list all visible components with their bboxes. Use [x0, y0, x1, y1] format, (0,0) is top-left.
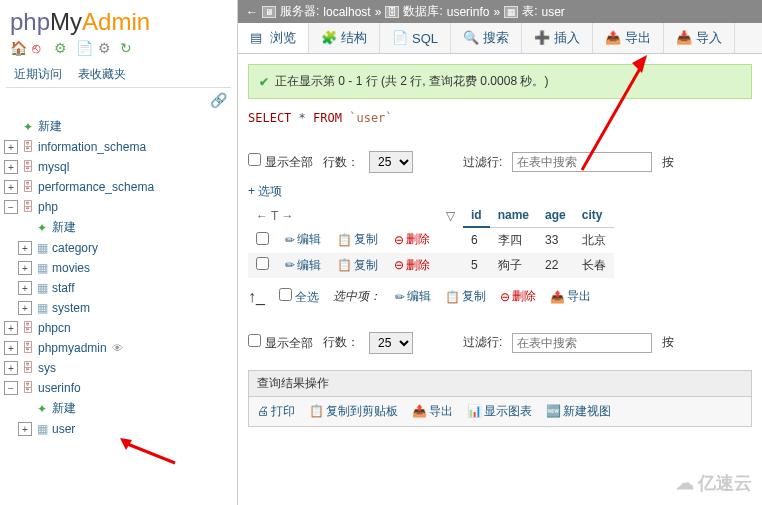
tab-favorites[interactable]: 表收藏夹	[70, 62, 134, 87]
tree-toggle[interactable]: −	[4, 381, 18, 395]
structure-icon: 🧩	[321, 30, 337, 46]
tree-new-table[interactable]: 新建	[52, 400, 76, 417]
bulk-actions: ↑_ 全选 选中项： ✏ 编辑 📋 复制 ⊖ 删除 📤 导出	[248, 278, 752, 326]
tree-toggle[interactable]: +	[18, 301, 32, 315]
db-tree: ✦新建 +🗄information_schema +🗄mysql +🗄perfo…	[0, 112, 237, 443]
results-operations: 查询结果操作 🖨 打印 📋 复制到剪贴板 📤 导出 📊 显示图表 🆕 新建视图	[248, 370, 752, 427]
database-icon: 🗄	[20, 139, 36, 155]
bc-table[interactable]: user	[541, 5, 564, 19]
delete-link[interactable]: ⊖ 删除	[394, 231, 430, 248]
tree-new-table[interactable]: 新建	[52, 219, 76, 236]
db-sys[interactable]: sys	[38, 361, 56, 375]
db-php[interactable]: php	[38, 200, 58, 214]
show-all-checkbox[interactable]: 显示全部	[248, 153, 313, 171]
options-toggle[interactable]: + 选项	[248, 179, 752, 204]
docs-icon[interactable]: 📄	[76, 40, 92, 56]
tree-toggle[interactable]: +	[4, 180, 18, 194]
sql-query: SELECT * FROM `user`	[248, 107, 752, 145]
tab-recent[interactable]: 近期访问	[6, 62, 70, 87]
delete-link[interactable]: ⊖ 删除	[394, 257, 430, 274]
table-icon: ▦	[504, 6, 518, 18]
database-icon: 🗄	[20, 159, 36, 175]
db-mysql[interactable]: mysql	[38, 160, 69, 174]
logout-icon[interactable]: ⎋	[32, 40, 48, 56]
copy-link[interactable]: 📋 复制	[337, 257, 378, 274]
tab-structure[interactable]: 🧩结构	[309, 23, 380, 53]
db-userinfo[interactable]: userinfo	[38, 381, 81, 395]
select-all-checkbox[interactable]: 全选	[279, 288, 319, 306]
filter-input[interactable]	[512, 333, 652, 353]
reload-icon[interactable]: ↻	[120, 40, 136, 56]
tab-browse[interactable]: ▤浏览	[238, 23, 309, 53]
show-all-checkbox[interactable]: 显示全部	[248, 334, 313, 352]
table-row: ✏ 编辑 📋 复制 ⊖ 删除 6 李四 33 北京	[248, 227, 614, 253]
tree-toggle[interactable]: +	[4, 321, 18, 335]
tree-toggle[interactable]: +	[18, 261, 32, 275]
bulk-delete[interactable]: ⊖ 删除	[500, 288, 536, 305]
tab-sql[interactable]: 📄SQL	[380, 23, 451, 53]
bulk-copy[interactable]: 📋 复制	[445, 288, 486, 305]
tab-import[interactable]: 📥导入	[664, 23, 735, 53]
sql-icon[interactable]: ⚙	[54, 40, 70, 56]
bulk-edit[interactable]: ✏ 编辑	[395, 288, 431, 305]
table-movies[interactable]: movies	[52, 261, 90, 275]
table-user[interactable]: user	[52, 422, 75, 436]
export-link[interactable]: 📤 导出	[412, 403, 453, 420]
search-icon: 🔍	[463, 30, 479, 46]
col-city[interactable]: city	[574, 204, 614, 227]
col-name[interactable]: name	[490, 204, 537, 227]
table-system[interactable]: system	[52, 301, 90, 315]
sort-arrow-icon[interactable]: ▽	[438, 204, 463, 227]
db-information-schema[interactable]: information_schema	[38, 140, 146, 154]
table-icon: ▦	[34, 300, 50, 316]
export-icon: 📤	[605, 30, 621, 46]
tab-insert[interactable]: ➕插入	[522, 23, 593, 53]
new-icon: ✦	[34, 220, 50, 236]
settings-icon[interactable]: ⚙	[98, 40, 114, 56]
row-checkbox[interactable]	[256, 257, 269, 270]
check-icon: ✔	[259, 75, 269, 89]
table-staff[interactable]: staff	[52, 281, 74, 295]
tree-toggle[interactable]: +	[4, 160, 18, 174]
tree-toggle[interactable]: +	[18, 281, 32, 295]
tree-toggle[interactable]: +	[4, 341, 18, 355]
copy-link[interactable]: 📋 复制	[337, 231, 378, 248]
tree-toggle[interactable]: +	[4, 361, 18, 375]
sort-controls[interactable]: ← T →	[248, 204, 438, 227]
tree-toggle[interactable]: −	[4, 200, 18, 214]
print-link[interactable]: 🖨 打印	[257, 403, 295, 420]
tab-export[interactable]: 📤导出	[593, 23, 664, 53]
db-phpmyadmin[interactable]: phpmyadmin	[38, 341, 107, 355]
col-id[interactable]: id	[463, 204, 490, 227]
tab-search[interactable]: 🔍搜索	[451, 23, 522, 53]
row-checkbox[interactable]	[256, 232, 269, 245]
logo: phpMyAdmin	[0, 0, 237, 38]
edit-link[interactable]: ✏ 编辑	[285, 231, 321, 248]
quick-icons: 🏠 ⎋ ⚙ 📄 ⚙ ↻	[0, 38, 237, 62]
nav-left-icon[interactable]: ←	[246, 5, 258, 19]
database-icon: 🗄	[20, 380, 36, 396]
bc-database[interactable]: userinfo	[447, 5, 490, 19]
view-link[interactable]: 🆕 新建视图	[546, 403, 611, 420]
tree-toggle[interactable]: +	[18, 422, 32, 436]
link-icon[interactable]: 🔗	[0, 88, 237, 112]
table-category[interactable]: category	[52, 241, 98, 255]
db-performance-schema[interactable]: performance_schema	[38, 180, 154, 194]
rows-select[interactable]: 25	[369, 151, 413, 173]
edit-link[interactable]: ✏ 编辑	[285, 257, 321, 274]
home-icon[interactable]: 🏠	[10, 40, 26, 56]
sql-icon: 📄	[392, 30, 408, 46]
col-age[interactable]: age	[537, 204, 574, 227]
bc-server[interactable]: localhost	[323, 5, 370, 19]
chart-link[interactable]: 📊 显示图表	[467, 403, 532, 420]
tree-new-db[interactable]: 新建	[38, 118, 62, 135]
success-message: ✔ 正在显示第 0 - 1 行 (共 2 行, 查询花费 0.0008 秒。)	[248, 64, 752, 99]
rows-select[interactable]: 25	[369, 332, 413, 354]
tree-toggle[interactable]: +	[4, 140, 18, 154]
tree-toggle[interactable]: +	[18, 241, 32, 255]
clipboard-link[interactable]: 📋 复制到剪贴板	[309, 403, 398, 420]
db-phpcn[interactable]: phpcn	[38, 321, 71, 335]
browse-icon: ▤	[250, 30, 266, 46]
bulk-export[interactable]: 📤 导出	[550, 288, 591, 305]
filter-input[interactable]	[512, 152, 652, 172]
